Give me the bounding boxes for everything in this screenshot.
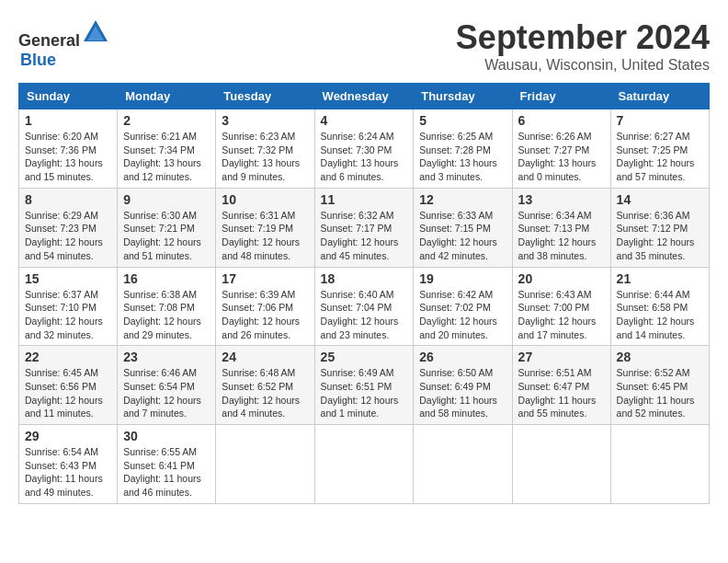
day-number: 12 (419, 192, 506, 207)
weekday-header-row: SundayMondayTuesdayWednesdayThursdayFrid… (19, 84, 710, 109)
day-cell (216, 425, 314, 504)
day-info: Sunrise: 6:20 AM Sunset: 7:36 PM Dayligh… (25, 130, 111, 184)
day-cell: 23Sunrise: 6:46 AM Sunset: 6:54 PM Dayli… (118, 346, 216, 425)
day-cell: 5Sunrise: 6:25 AM Sunset: 7:28 PM Daylig… (414, 109, 512, 189)
day-cell (414, 425, 512, 504)
day-info: Sunrise: 6:52 AM Sunset: 6:45 PM Dayligh… (617, 366, 703, 420)
day-number: 20 (518, 271, 605, 286)
week-row-3: 15Sunrise: 6:37 AM Sunset: 7:10 PM Dayli… (19, 267, 710, 346)
day-number: 14 (617, 192, 703, 207)
day-cell: 12Sunrise: 6:33 AM Sunset: 7:15 PM Dayli… (414, 188, 512, 267)
day-number: 28 (617, 350, 703, 364)
day-cell: 16Sunrise: 6:38 AM Sunset: 7:08 PM Dayli… (118, 267, 216, 346)
day-number: 6 (518, 113, 605, 128)
logo: General Blue (18, 18, 109, 70)
weekday-header-saturday: Saturday (610, 84, 709, 109)
day-cell: 18Sunrise: 6:40 AM Sunset: 7:04 PM Dayli… (314, 267, 414, 346)
location-title: Wausau, Wisconsin, United States (456, 57, 710, 74)
day-number: 17 (222, 271, 308, 286)
day-cell: 25Sunrise: 6:49 AM Sunset: 6:51 PM Dayli… (314, 346, 414, 425)
day-info: Sunrise: 6:34 AM Sunset: 7:13 PM Dayligh… (518, 209, 605, 263)
day-info: Sunrise: 6:30 AM Sunset: 7:21 PM Dayligh… (123, 209, 210, 263)
weekday-header-sunday: Sunday (19, 84, 118, 109)
day-info: Sunrise: 6:38 AM Sunset: 7:08 PM Dayligh… (123, 288, 210, 342)
week-row-5: 29Sunrise: 6:54 AM Sunset: 6:43 PM Dayli… (19, 425, 710, 504)
day-number: 22 (25, 350, 111, 364)
day-number: 16 (123, 271, 210, 286)
logo-general: General (18, 31, 80, 50)
week-row-4: 22Sunrise: 6:45 AM Sunset: 6:56 PM Dayli… (19, 346, 710, 425)
day-number: 9 (123, 192, 210, 207)
day-cell: 21Sunrise: 6:44 AM Sunset: 6:58 PM Dayli… (610, 267, 709, 346)
day-number: 13 (518, 192, 605, 207)
day-number: 15 (25, 271, 111, 286)
day-info: Sunrise: 6:51 AM Sunset: 6:47 PM Dayligh… (518, 366, 605, 420)
day-info: Sunrise: 6:31 AM Sunset: 7:19 PM Dayligh… (222, 209, 308, 263)
day-number: 10 (222, 192, 308, 207)
day-number: 30 (123, 429, 210, 443)
logo-blue: Blue (20, 51, 56, 69)
day-info: Sunrise: 6:25 AM Sunset: 7:28 PM Dayligh… (419, 130, 506, 184)
day-number: 26 (419, 350, 506, 364)
day-number: 11 (321, 192, 408, 207)
week-row-2: 8Sunrise: 6:29 AM Sunset: 7:23 PM Daylig… (19, 188, 710, 267)
day-number: 25 (321, 350, 408, 364)
day-info: Sunrise: 6:50 AM Sunset: 6:49 PM Dayligh… (419, 366, 506, 420)
logo-text: General Blue (18, 18, 109, 70)
day-cell (610, 425, 709, 504)
day-cell: 22Sunrise: 6:45 AM Sunset: 6:56 PM Dayli… (19, 346, 118, 425)
day-info: Sunrise: 6:40 AM Sunset: 7:04 PM Dayligh… (321, 288, 408, 342)
day-number: 27 (518, 350, 605, 364)
day-info: Sunrise: 6:55 AM Sunset: 6:41 PM Dayligh… (123, 445, 210, 500)
day-info: Sunrise: 6:23 AM Sunset: 7:32 PM Dayligh… (222, 130, 308, 184)
day-cell: 27Sunrise: 6:51 AM Sunset: 6:47 PM Dayli… (512, 346, 610, 425)
day-info: Sunrise: 6:33 AM Sunset: 7:15 PM Dayligh… (419, 209, 506, 263)
day-cell: 20Sunrise: 6:43 AM Sunset: 7:00 PM Dayli… (512, 267, 610, 346)
weekday-header-monday: Monday (118, 84, 216, 109)
day-cell: 6Sunrise: 6:26 AM Sunset: 7:27 PM Daylig… (512, 109, 610, 189)
day-cell: 13Sunrise: 6:34 AM Sunset: 7:13 PM Dayli… (512, 188, 610, 267)
day-cell: 8Sunrise: 6:29 AM Sunset: 7:23 PM Daylig… (19, 188, 118, 267)
weekday-header-wednesday: Wednesday (314, 84, 414, 109)
day-cell: 2Sunrise: 6:21 AM Sunset: 7:34 PM Daylig… (118, 109, 216, 189)
day-info: Sunrise: 6:42 AM Sunset: 7:02 PM Dayligh… (419, 288, 506, 342)
day-number: 1 (25, 113, 111, 128)
day-number: 29 (25, 429, 111, 443)
day-info: Sunrise: 6:43 AM Sunset: 7:00 PM Dayligh… (518, 288, 605, 342)
day-cell: 15Sunrise: 6:37 AM Sunset: 7:10 PM Dayli… (19, 267, 118, 346)
day-number: 5 (419, 113, 506, 128)
day-cell: 11Sunrise: 6:32 AM Sunset: 7:17 PM Dayli… (314, 188, 414, 267)
day-cell: 28Sunrise: 6:52 AM Sunset: 6:45 PM Dayli… (610, 346, 709, 425)
day-cell: 29Sunrise: 6:54 AM Sunset: 6:43 PM Dayli… (19, 425, 118, 504)
day-info: Sunrise: 6:54 AM Sunset: 6:43 PM Dayligh… (25, 445, 111, 500)
month-title: September 2024 (456, 18, 710, 57)
weekday-header-friday: Friday (512, 84, 610, 109)
day-cell: 19Sunrise: 6:42 AM Sunset: 7:02 PM Dayli… (414, 267, 512, 346)
day-cell: 26Sunrise: 6:50 AM Sunset: 6:49 PM Dayli… (414, 346, 512, 425)
day-number: 18 (321, 271, 408, 286)
day-info: Sunrise: 6:48 AM Sunset: 6:52 PM Dayligh… (222, 366, 308, 420)
title-area: September 2024 Wausau, Wisconsin, United… (456, 18, 710, 74)
day-cell: 10Sunrise: 6:31 AM Sunset: 7:19 PM Dayli… (216, 188, 314, 267)
day-info: Sunrise: 6:29 AM Sunset: 7:23 PM Dayligh… (25, 209, 111, 263)
day-cell: 4Sunrise: 6:24 AM Sunset: 7:30 PM Daylig… (314, 109, 414, 189)
day-number: 23 (123, 350, 210, 364)
day-cell: 24Sunrise: 6:48 AM Sunset: 6:52 PM Dayli… (216, 346, 314, 425)
day-cell: 1Sunrise: 6:20 AM Sunset: 7:36 PM Daylig… (19, 109, 118, 189)
day-info: Sunrise: 6:26 AM Sunset: 7:27 PM Dayligh… (518, 130, 605, 184)
day-cell: 7Sunrise: 6:27 AM Sunset: 7:25 PM Daylig… (610, 109, 709, 189)
week-row-1: 1Sunrise: 6:20 AM Sunset: 7:36 PM Daylig… (19, 109, 710, 189)
day-cell (314, 425, 414, 504)
logo-icon (82, 18, 109, 46)
weekday-header-thursday: Thursday (414, 84, 512, 109)
day-number: 24 (222, 350, 308, 364)
day-info: Sunrise: 6:49 AM Sunset: 6:51 PM Dayligh… (321, 366, 408, 420)
page-header: General Blue September 2024 Wausau, Wisc… (18, 18, 710, 74)
day-cell: 9Sunrise: 6:30 AM Sunset: 7:21 PM Daylig… (118, 188, 216, 267)
day-info: Sunrise: 6:37 AM Sunset: 7:10 PM Dayligh… (25, 288, 111, 342)
day-info: Sunrise: 6:39 AM Sunset: 7:06 PM Dayligh… (222, 288, 308, 342)
day-cell: 3Sunrise: 6:23 AM Sunset: 7:32 PM Daylig… (216, 109, 314, 189)
day-cell (512, 425, 610, 504)
day-info: Sunrise: 6:36 AM Sunset: 7:12 PM Dayligh… (617, 209, 703, 263)
day-info: Sunrise: 6:21 AM Sunset: 7:34 PM Dayligh… (123, 130, 210, 184)
